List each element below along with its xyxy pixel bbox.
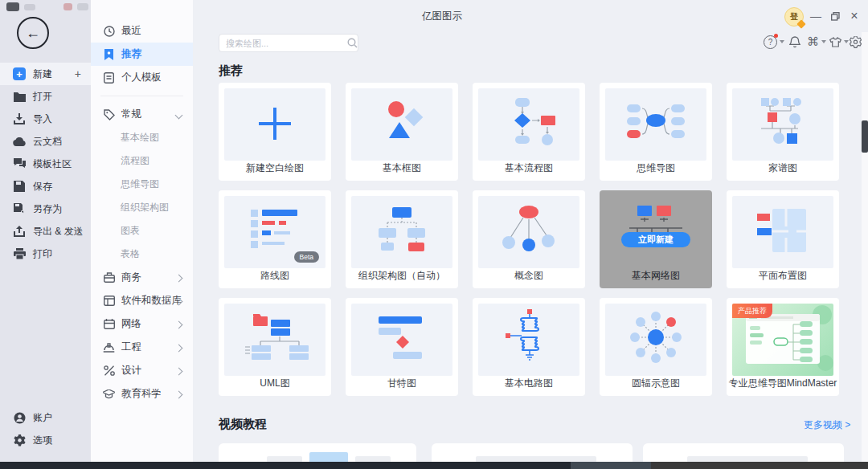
nav-item-personal-templates[interactable]: 个人模板 — [91, 66, 193, 89]
template-card-uml[interactable]: UML图 — [219, 298, 331, 396]
card-label: 专业思维导图MindMaster — [727, 377, 839, 390]
back-button[interactable]: ← — [17, 17, 49, 49]
nav-subitem-table[interactable]: 表格 — [91, 243, 193, 266]
template-card-basic-circuit[interactable]: 基本电路图 — [473, 298, 585, 396]
card-label: 新建空白绘图 — [219, 161, 331, 175]
sidebar-item-export-send[interactable]: 导出 & 发送 — [0, 220, 91, 243]
template-card-concept-map[interactable]: 概念图 — [473, 190, 585, 288]
recorder-artifact — [6, 2, 19, 11]
sidebar-item-cloud[interactable]: 云文档 — [0, 130, 91, 153]
graduation-cap-icon — [103, 388, 115, 400]
sidebar-item-print[interactable]: 打印 — [0, 243, 91, 265]
template-icon — [103, 71, 115, 84]
theme-button[interactable] — [829, 35, 849, 49]
shortcuts-button[interactable]: ⌘ — [807, 35, 826, 49]
template-card-mindmap[interactable]: 思维导图 — [600, 83, 712, 181]
help-button[interactable]: ? — [764, 35, 784, 49]
notification-dot — [774, 34, 778, 38]
search-icon[interactable] — [346, 38, 358, 48]
nav-group-business[interactable]: 商务 — [91, 266, 193, 289]
settings-button[interactable] — [850, 35, 862, 49]
bookmark-icon — [103, 48, 115, 60]
sidebar-item-options[interactable]: 选项 — [0, 429, 91, 451]
beta-badge: Beta — [294, 251, 320, 263]
nav-group-design[interactable]: 设计 — [91, 359, 193, 382]
radial-diagram-thumbnail — [605, 304, 706, 376]
search-box — [219, 34, 358, 52]
nav-sidebar: 最近 推荐 个人模板 常规 基本 — [91, 0, 193, 462]
nav-group-network[interactable]: 网络 — [91, 312, 193, 336]
vip-diamond-icon — [796, 19, 805, 28]
add-new-icon[interactable]: + — [75, 68, 81, 80]
scrollbar-handle[interactable] — [862, 120, 868, 153]
nav-group-software-database[interactable]: 软件和数据库 — [91, 289, 193, 312]
template-card-radial-diagram[interactable]: 圆辐示意图 — [600, 298, 712, 396]
sidebar-item-open[interactable]: 打开 — [0, 85, 91, 108]
nav-item-recommended[interactable]: 推荐 — [91, 43, 193, 66]
app-window: ← + 新建 + 打开 导入 — [0, 0, 868, 469]
sidebar-item-save[interactable]: 保存 — [0, 175, 91, 198]
create-now-button[interactable]: 立即新建 — [621, 232, 690, 247]
briefcase-icon — [103, 271, 115, 283]
notifications-button[interactable] — [789, 35, 800, 49]
restore-button[interactable] — [826, 8, 844, 24]
nav-group-label: 网络 — [121, 317, 141, 331]
caret-down-icon — [780, 40, 784, 43]
sidebar-item-save-as[interactable]: 另存为 — [0, 198, 91, 220]
nav-subitem-orgchart[interactable]: 组织架构图 — [91, 196, 193, 219]
new-document-icon: + — [13, 67, 26, 80]
blank-drawing-thumbnail — [224, 88, 326, 161]
basic-block-thumbnail — [351, 88, 452, 161]
template-card-orgchart-auto[interactable]: 组织架构图（自动） — [346, 190, 458, 288]
nav-subitem-mindmap[interactable]: 思维导图 — [91, 173, 193, 196]
template-card-mindmaster[interactable]: 产品推荐 专业思维导图MindMaster — [727, 298, 839, 396]
template-card-roadmap[interactable]: Beta 路线图 — [219, 190, 331, 288]
design-icon — [103, 365, 115, 377]
account-icon — [13, 411, 26, 424]
chevron-down-icon — [175, 111, 183, 119]
chevron-right-icon — [175, 274, 183, 282]
folder-icon — [13, 90, 26, 103]
caret-down-icon — [844, 40, 849, 43]
sidebar-item-account[interactable]: 账户 — [0, 406, 91, 429]
nav-item-recent[interactable]: 最近 — [91, 19, 193, 43]
save-as-icon — [13, 202, 26, 215]
card-label: 家谱图 — [727, 161, 839, 175]
sidebar-item-label: 模板社区 — [33, 157, 72, 171]
nav-subitem-basic-drawing[interactable]: 基本绘图 — [91, 126, 193, 149]
scrollbar-track[interactable] — [862, 32, 868, 462]
template-card-basic-flowchart[interactable]: 基本流程图 — [473, 83, 585, 181]
sidebar-item-label: 保存 — [33, 180, 52, 194]
template-card-family-tree[interactable]: 家谱图 — [727, 83, 839, 181]
gear-icon — [850, 36, 862, 48]
shirt-icon — [829, 37, 841, 47]
sidebar-item-label: 另存为 — [33, 202, 62, 216]
card-label: 平面布置图 — [727, 269, 839, 283]
nav-group-education[interactable]: 教育科学 — [91, 382, 193, 406]
sidebar-item-new[interactable]: + 新建 + — [0, 63, 91, 85]
chevron-right-icon — [175, 297, 183, 305]
template-card-gantt[interactable]: 甘特图 — [346, 298, 458, 396]
sidebar-item-template-community[interactable]: 模板社区 — [0, 153, 91, 175]
template-card-blank[interactable]: 新建空白绘图 — [219, 83, 331, 181]
card-label: 思维导图 — [600, 161, 712, 175]
nav-group-engineering[interactable]: 工程 — [91, 336, 193, 359]
nav-subitem-flowchart[interactable]: 流程图 — [91, 149, 193, 173]
sidebar-item-label: 导入 — [33, 112, 52, 126]
clock-icon — [103, 25, 115, 37]
nav-group-general[interactable]: 常规 — [91, 103, 193, 126]
mindmap-thumbnail — [605, 88, 706, 161]
more-videos-link[interactable]: 更多视频 > — [804, 418, 850, 432]
minimize-button[interactable]: — — [807, 8, 825, 24]
template-card-floor-plan[interactable]: 平面布置图 — [727, 190, 839, 288]
close-button[interactable]: × — [845, 8, 863, 24]
chat-bubbles-icon — [13, 157, 26, 170]
template-card-basic-block[interactable]: 基本框图 — [346, 83, 458, 181]
search-input[interactable] — [219, 39, 346, 48]
nav-subitem-chart[interactable]: 图表 — [91, 219, 193, 243]
gear-icon — [13, 434, 26, 447]
sidebar-item-import[interactable]: 导入 — [0, 108, 91, 130]
window-icon — [103, 295, 115, 307]
template-card-basic-network[interactable]: 立即新建 基本网络图 — [600, 190, 712, 288]
login-badge[interactable]: 登 — [784, 7, 804, 27]
